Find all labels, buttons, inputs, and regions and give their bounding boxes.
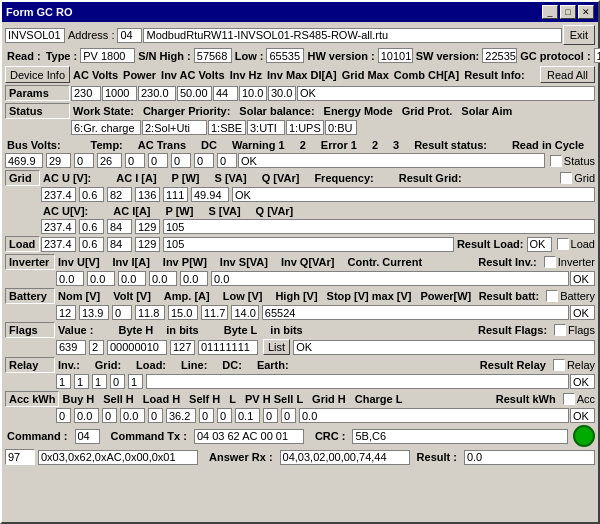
device-info-button[interactable]: Device Info bbox=[5, 66, 70, 83]
exit-button[interactable]: Exit bbox=[563, 25, 595, 45]
read-all-button[interactable]: Read All bbox=[540, 66, 595, 83]
low-label: Low : bbox=[233, 48, 266, 63]
status-checkbox[interactable] bbox=[550, 155, 562, 167]
inverter-label: Inverter bbox=[5, 254, 55, 270]
load-h-label: Load H bbox=[141, 392, 182, 407]
grid-label: Grid bbox=[5, 170, 40, 186]
result-info-label: Result Info: bbox=[462, 67, 527, 82]
answer-rx-value: 04,03,02,00,00,74,44 bbox=[280, 450, 410, 465]
flags-chk-label: Flags bbox=[568, 324, 595, 336]
sell-h-value: 0 bbox=[102, 408, 117, 423]
grid-labels2: AC U[V]: AC I[A] P [W] S [VA] Q [VAr] bbox=[5, 203, 595, 218]
hw-value: 10101 bbox=[378, 48, 413, 63]
minimize-button[interactable]: _ bbox=[542, 5, 558, 19]
load-h-value: 0 bbox=[148, 408, 163, 423]
battery-labels: Battery Nom [V] Volt [V] Amp. [A] Low [V… bbox=[5, 288, 595, 304]
grid-h-label: Grid H bbox=[310, 392, 348, 407]
inverter-checkbox-row: Inverter bbox=[544, 256, 595, 268]
relay-checkbox-row: Relay bbox=[553, 359, 595, 371]
flags-checkbox[interactable] bbox=[554, 324, 566, 336]
grid-max-value: 10.0 bbox=[239, 86, 267, 101]
maximize-button[interactable]: □ bbox=[560, 5, 576, 19]
solar-aim-value: 0:BU bbox=[325, 120, 357, 135]
header-row: INVSOL01 Address : 04 ModbudRtuRW11-INVS… bbox=[5, 25, 595, 45]
result-inv-label: Result Inv.: bbox=[476, 255, 538, 270]
result2-value: 0.0 bbox=[464, 450, 595, 465]
buy-h-value: 0 bbox=[56, 408, 71, 423]
warning1-value: 0 bbox=[125, 153, 145, 168]
l-label: L bbox=[227, 392, 238, 407]
result-load-value: OK bbox=[527, 237, 552, 252]
low-value: 65535 bbox=[266, 48, 304, 63]
relay-line-label: Line: bbox=[179, 358, 209, 373]
flags-labels: Flags Value : Byte H in bits Byte L in b… bbox=[5, 322, 595, 338]
inv-hz-value: 50.00 bbox=[177, 86, 212, 101]
address-label: Address : bbox=[66, 28, 116, 43]
inverter-values: 0.0 0.0 0.0 0.0 0.0 0.0 OK bbox=[5, 271, 595, 286]
close-button[interactable]: ✕ bbox=[578, 5, 594, 19]
s-va-label: S [VA] bbox=[213, 171, 249, 186]
load-checkbox[interactable] bbox=[557, 238, 569, 250]
volt-v-value: 13.9 bbox=[79, 305, 109, 320]
relay-checkbox[interactable] bbox=[553, 359, 565, 371]
load-s: 129 bbox=[135, 237, 160, 252]
grid-checkbox[interactable] bbox=[560, 172, 572, 184]
q-var2-value: 105 bbox=[163, 219, 595, 234]
byte-l-label: Byte L bbox=[222, 323, 260, 338]
ac-i-a-label: AC I [A] bbox=[114, 171, 158, 186]
answer-rx-label: Answer Rx : bbox=[207, 450, 275, 465]
flags-label: Flags bbox=[5, 322, 55, 338]
load-section: Load 237.4 0.6 84 129 105 Result Load: O… bbox=[5, 236, 595, 252]
flags-checkbox-row: Flags bbox=[554, 324, 595, 336]
crc-value: 5B,C6 bbox=[352, 429, 568, 444]
p-w-label: P [W] bbox=[170, 171, 202, 186]
device-id: INVSOL01 bbox=[5, 28, 65, 43]
bus-left: Bus Volts: Temp: AC Trans DC Warning 1 2… bbox=[5, 137, 595, 168]
low-v-label: Low [V] bbox=[221, 289, 265, 304]
inverter-checkbox[interactable] bbox=[544, 256, 556, 268]
in-bits-value: 00000010 bbox=[107, 340, 167, 355]
battery-section: Battery Nom [V] Volt [V] Amp. [A] Low [V… bbox=[5, 288, 595, 320]
battery-checkbox[interactable] bbox=[546, 290, 558, 302]
byte-h-value: 2 bbox=[89, 340, 104, 355]
nom-v-value: 12 bbox=[56, 305, 76, 320]
comb-ch-value: 30.0 bbox=[268, 86, 296, 101]
inv-chk-label: Inverter bbox=[558, 256, 595, 268]
address-value: 04 bbox=[117, 28, 142, 43]
cmd-number-input[interactable] bbox=[5, 449, 35, 465]
content-area: INVSOL01 Address : 04 ModbudRtuRW11-INVS… bbox=[2, 22, 598, 522]
p-w2-label: P [W] bbox=[164, 203, 196, 218]
status-labels-row: Status Work State: Charger Priority: Sol… bbox=[5, 103, 514, 119]
result-info-value: OK bbox=[297, 86, 595, 101]
result-relay-value: OK bbox=[570, 374, 595, 389]
main-window: Form GC RO _ □ ✕ INVSOL01 Address : 04 M… bbox=[0, 0, 600, 524]
ac-u-v2-label: AC U[V]: bbox=[41, 203, 90, 218]
list-button[interactable]: List bbox=[263, 339, 290, 355]
result-status-value: OK bbox=[238, 153, 545, 168]
relay-load-value: 1 bbox=[92, 374, 107, 389]
status-section: Status Work State: Charger Priority: Sol… bbox=[5, 103, 595, 135]
result-kwh-label: Result kWh bbox=[494, 392, 558, 407]
grid-prot-label: Grid Prot. bbox=[400, 104, 455, 119]
max-v-value: 14.0 bbox=[231, 305, 258, 320]
result-flags-value: OK bbox=[293, 340, 595, 355]
result-grid-label: Result Grid: bbox=[397, 171, 560, 186]
power-label: Power bbox=[121, 67, 158, 82]
type-label: Type : bbox=[44, 48, 80, 63]
inv-max-di-value: 44 bbox=[213, 86, 238, 101]
high-v-label: High [V] bbox=[273, 289, 319, 304]
warning1-label: Warning 1 bbox=[230, 137, 287, 152]
acc-kwh-section: Acc kWh Buy H Sell H Load H Self H L PV … bbox=[5, 391, 595, 423]
flags-value: 639 bbox=[56, 340, 86, 355]
result-relay-label: Result Relay bbox=[478, 358, 548, 373]
charger-priority-value: 2:Sol+Uti bbox=[142, 120, 207, 135]
buy-l-value: 0.0 bbox=[74, 408, 99, 423]
solar-balance-value: 1:SBE bbox=[208, 120, 246, 135]
work-state-label: Work State: bbox=[71, 104, 136, 119]
command-tx-label: Command Tx : bbox=[109, 429, 189, 444]
result-inv-value: OK bbox=[570, 271, 595, 286]
sell-h-label: Sell H bbox=[101, 392, 136, 407]
relay-values: 1 1 1 0 1 OK bbox=[5, 374, 595, 389]
battery-label: Battery bbox=[5, 288, 55, 304]
acc-checkbox[interactable] bbox=[563, 393, 575, 405]
